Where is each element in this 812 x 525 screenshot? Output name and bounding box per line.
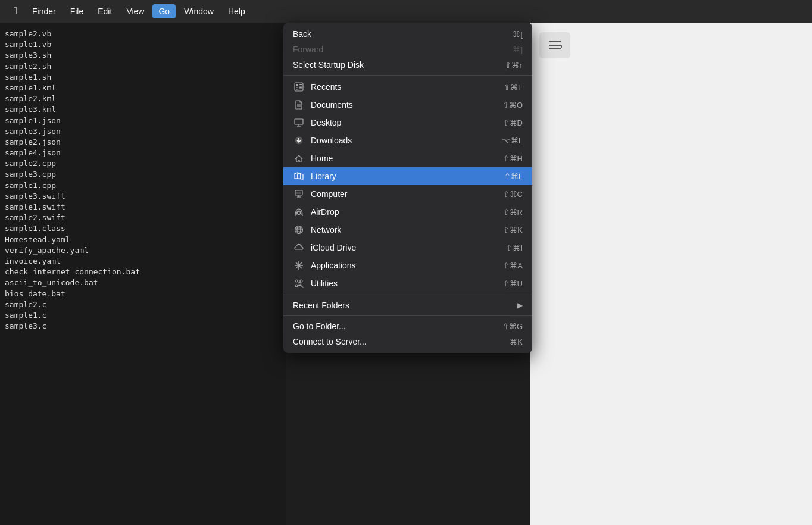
go-applications-item[interactable]: Applications ⇧⌘A (283, 257, 532, 274)
terminal-line: sample3.sh (5, 50, 281, 61)
right-panel-content (530, 23, 812, 525)
terminal-line: sample2.cpp (5, 158, 281, 169)
go-utilities-item[interactable]: Utilities ⇧⌘U (283, 274, 532, 292)
terminal-line: check_internet_connection.bat (5, 267, 281, 277)
go-desktop-label: Desktop (311, 118, 503, 127)
go-recents-shortcut: ⇧⌘F (504, 83, 523, 92)
window-menu[interactable]: Window (178, 4, 220, 18)
go-computer-label: Computer (311, 189, 503, 199)
go-downloads-shortcut: ⌥⌘L (502, 136, 523, 145)
go-forward-item[interactable]: Forward ⌘] (283, 42, 532, 57)
help-menu[interactable]: Help (222, 4, 251, 18)
go-back-shortcut: ⌘[ (513, 30, 523, 39)
terminal-line: sample2.kml (5, 93, 281, 104)
terminal-line: sample2.c (5, 299, 281, 310)
terminal-line: sample3.c (5, 321, 281, 332)
go-computer-item[interactable]: Computer ⇧⌘C (283, 185, 532, 203)
go-startup-item[interactable]: Select Startup Disk ⇧⌘↑ (283, 57, 532, 73)
go-desktop-item[interactable]: Desktop ⇧⌘D (283, 114, 532, 132)
go-recent-folders-item[interactable]: Recent Folders ▶ (283, 298, 532, 313)
go-recents-label: Recents (311, 82, 504, 92)
go-downloads-label: Downloads (311, 136, 502, 145)
go-desktop-shortcut: ⇧⌘D (503, 118, 523, 127)
go-network-item[interactable]: Network ⇧⌘K (283, 221, 532, 239)
computer-icon (293, 188, 305, 200)
go-library-item[interactable]: Library ⇧⌘L (283, 167, 532, 185)
go-menu[interactable]: Go (152, 4, 176, 18)
library-icon (293, 170, 305, 182)
svg-rect-11 (299, 84, 302, 85)
downloads-icon (293, 135, 305, 146)
edit-menu[interactable]: Edit (92, 4, 118, 18)
svg-marker-6 (561, 45, 562, 48)
menubar:  Finder File Edit View Go Window Help (0, 0, 812, 23)
view-menu[interactable]: View (120, 4, 150, 18)
go-airdrop-shortcut: ⇧⌘R (503, 208, 523, 217)
go-forward-shortcut: ⌘] (513, 45, 523, 54)
svg-rect-5 (549, 48, 561, 49)
finder-menu[interactable]: Finder (26, 4, 62, 18)
go-to-folder-item[interactable]: Go to Folder... ⇧⌘G (283, 318, 532, 334)
airdrop-icon (293, 206, 305, 218)
terminal-line: sample2.swift (5, 212, 281, 223)
apple-menu-icon[interactable]:  (7, 3, 24, 20)
go-connect-shortcut: ⌘K (510, 338, 523, 346)
go-airdrop-label: AirDrop (311, 207, 503, 217)
go-icloud-item[interactable]: iCloud Drive ⇧⌘I (283, 239, 532, 257)
separator-3 (283, 315, 532, 316)
terminal-line: sample2.json (5, 137, 281, 148)
terminal-line: bios_date.bat (5, 289, 281, 299)
utilities-icon (293, 277, 305, 289)
go-utilities-shortcut: ⇧⌘U (503, 279, 523, 288)
desktop-icon (293, 117, 305, 129)
go-home-item[interactable]: Home ⇧⌘H (283, 149, 532, 167)
terminal-line: sample1.sh (5, 72, 281, 83)
go-back-item[interactable]: Back ⌘[ (283, 26, 532, 42)
terminal-line: sample1.json (5, 115, 281, 126)
file-menu[interactable]: File (64, 4, 90, 18)
go-icloud-shortcut: ⇧⌘I (506, 243, 523, 252)
go-back-label: Back (293, 29, 513, 39)
go-to-folder-label: Go to Folder... (293, 321, 502, 331)
terminal-panel: ...vagrant@homestead: ~/code/convert sam… (0, 0, 286, 525)
terminal-line: sample4.json (5, 148, 281, 158)
go-applications-label: Applications (311, 261, 503, 270)
right-panel: My Drive - Google Dr... ▶ ↺ (530, 0, 812, 525)
go-documents-item[interactable]: Documents ⇧⌘O (283, 96, 532, 114)
go-downloads-item[interactable]: Downloads ⌥⌘L (283, 132, 532, 149)
go-applications-shortcut: ⇧⌘A (503, 261, 523, 270)
svg-point-38 (295, 285, 298, 287)
terminal-line: sample1.swift (5, 202, 281, 212)
go-utilities-label: Utilities (311, 279, 503, 288)
separator-1 (283, 75, 532, 76)
terminal-line: sample3.cpp (5, 169, 281, 180)
go-connect-item[interactable]: Connect to Server... ⌘K (283, 334, 532, 349)
go-network-shortcut: ⇧⌘K (503, 226, 523, 235)
terminal-line: sample3.swift (5, 191, 281, 202)
home-icon (293, 152, 305, 164)
go-recent-folders-label: Recent Folders (293, 301, 513, 310)
documents-icon (293, 99, 305, 111)
terminal-content: sample2.vb sample1.vb sample3.sh sample2… (5, 29, 281, 332)
go-library-label: Library (311, 171, 504, 181)
go-home-shortcut: ⇧⌘H (503, 154, 523, 163)
go-network-label: Network (311, 225, 503, 235)
icloud-icon (293, 242, 305, 254)
recent-folders-arrow: ▶ (517, 301, 523, 310)
toolbar-icon[interactable] (539, 32, 570, 58)
terminal-line: sample1.c (5, 310, 281, 321)
go-recents-item[interactable]: Recents ⇧⌘F (283, 78, 532, 96)
terminal-line: sample2.sh (5, 61, 281, 72)
svg-rect-7 (295, 83, 303, 91)
terminal-line: sample1.cpp (5, 180, 281, 191)
go-to-folder-shortcut: ⇧⌘G (502, 322, 523, 331)
svg-rect-9 (296, 87, 298, 88)
go-connect-label: Connect to Server... (293, 337, 510, 346)
terminal-line: verify_apache.yaml (5, 245, 281, 256)
svg-rect-10 (296, 89, 298, 90)
terminal-line: sample1.vb (5, 39, 281, 50)
go-airdrop-item[interactable]: AirDrop ⇧⌘R (283, 203, 532, 221)
svg-point-36 (295, 280, 298, 282)
svg-point-40 (298, 283, 301, 286)
svg-rect-25 (296, 192, 301, 194)
